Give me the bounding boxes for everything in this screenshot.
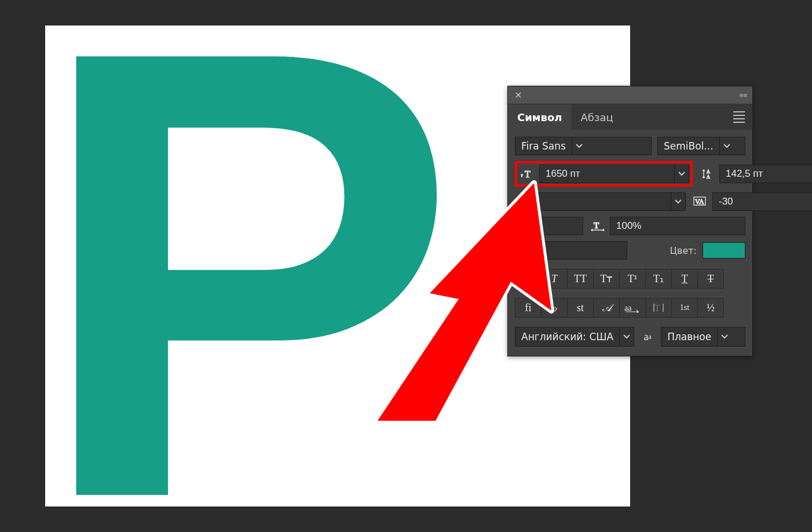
kerning-icon: V/A: [515, 196, 532, 207]
opentype-buttons: fi ℴ st 𝒜 aa T 1st ½: [515, 298, 745, 318]
color-label: Цвет:: [670, 245, 697, 256]
chevron-down-icon[interactable]: [572, 137, 586, 155]
vertical-scale-combo[interactable]: [515, 217, 583, 235]
text-color-swatch[interactable]: [703, 242, 745, 258]
kerning-input[interactable]: [536, 193, 671, 210]
contextual-alt-button[interactable]: ℴ: [541, 298, 568, 318]
font-size-group-highlighted: тT: [515, 161, 693, 187]
strikethrough-button[interactable]: T: [697, 269, 724, 289]
font-size-input[interactable]: [540, 165, 674, 183]
swash-button[interactable]: 𝒜: [593, 298, 620, 318]
superscript-button[interactable]: T¹: [619, 269, 646, 289]
horizontal-scale-combo[interactable]: [610, 217, 745, 235]
font-style-value: SemiBol...: [658, 137, 719, 155]
chevron-down-icon[interactable]: [717, 327, 731, 346]
language-value: Английский: США: [515, 327, 619, 346]
tracking-icon: VA: [692, 196, 709, 207]
underline-button[interactable]: T: [671, 269, 698, 289]
horizontal-scale-input[interactable]: [610, 217, 745, 235]
language-combo[interactable]: Английский: США: [515, 327, 634, 347]
tab-character[interactable]: Символ: [508, 104, 571, 130]
panel-titlebar: × ««: [508, 86, 752, 104]
chevron-down-icon[interactable]: [619, 327, 634, 346]
panel-menu-icon[interactable]: [731, 104, 747, 130]
discretionary-lig-button[interactable]: st: [567, 298, 594, 318]
type-style-buttons: T T TT Tᴛ T¹ T₁ T T: [515, 269, 745, 289]
svg-text:V/A: V/A: [517, 198, 531, 206]
font-size-combo[interactable]: [539, 165, 689, 183]
tracking-input[interactable]: [713, 193, 812, 210]
svg-text:T: T: [525, 169, 531, 179]
baseline-shift-combo[interactable]: [515, 241, 627, 260]
ordinals-button[interactable]: 1st: [671, 298, 698, 318]
chevron-down-icon[interactable]: [719, 137, 734, 155]
svg-text:T: T: [654, 303, 660, 313]
kerning-combo[interactable]: [536, 192, 686, 211]
smallcaps-button[interactable]: Tᴛ: [593, 269, 620, 289]
leading-input[interactable]: [720, 165, 812, 183]
svg-text:A: A: [707, 169, 710, 174]
character-panel: × «« Символ Абзац Fira Sans SemiBol... т…: [507, 86, 753, 356]
close-icon[interactable]: ×: [514, 90, 523, 100]
svg-text:T: T: [594, 221, 599, 230]
bold-button[interactable]: T: [515, 269, 542, 289]
collapse-icon[interactable]: ««: [739, 90, 747, 100]
ligatures-button[interactable]: fi: [515, 298, 542, 318]
svg-text:A: A: [707, 174, 710, 180]
leading-combo[interactable]: [719, 165, 812, 183]
tab-paragraph[interactable]: Абзац: [571, 104, 622, 130]
italic-button[interactable]: T: [541, 269, 568, 289]
fractions-button[interactable]: ½: [697, 298, 724, 318]
chevron-down-icon[interactable]: [671, 193, 685, 210]
antialias-value: Плавное: [661, 327, 717, 346]
font-size-icon: тT: [518, 169, 536, 179]
leading-icon: AA: [698, 168, 716, 180]
stylistic-alt-button[interactable]: aa: [619, 298, 646, 318]
titling-alt-button[interactable]: T: [645, 298, 672, 318]
font-style-combo[interactable]: SemiBol...: [657, 137, 745, 155]
chevron-down-icon[interactable]: [674, 165, 689, 183]
font-family-value: Fira Sans: [515, 137, 572, 155]
baseline-shift-input[interactable]: [515, 242, 627, 259]
glyph-P: P: [34, 20, 459, 532]
subscript-button[interactable]: T₁: [645, 269, 672, 289]
antialias-icon: aa: [640, 327, 655, 347]
panel-tabs: Символ Абзац: [508, 104, 752, 130]
allcaps-button[interactable]: TT: [567, 269, 594, 289]
font-family-combo[interactable]: Fira Sans: [515, 137, 652, 155]
horizontal-scale-icon: T: [589, 221, 606, 231]
svg-text:VA: VA: [695, 198, 704, 206]
vertical-scale-input[interactable]: [515, 217, 583, 235]
tracking-combo[interactable]: [712, 192, 812, 211]
antialias-combo[interactable]: Плавное: [661, 327, 745, 347]
svg-text:aa: aa: [624, 304, 632, 312]
svg-text:т: т: [521, 172, 523, 178]
